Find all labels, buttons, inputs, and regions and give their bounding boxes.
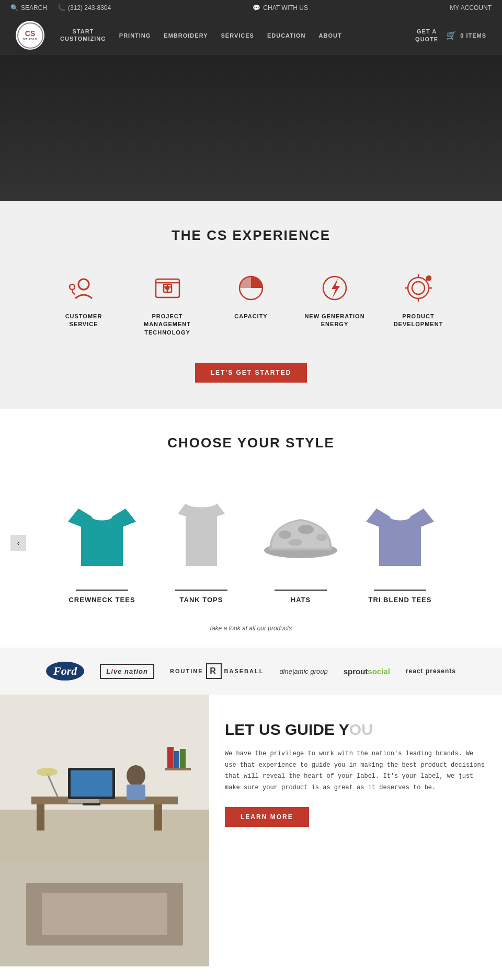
svg-rect-33 (71, 770, 112, 797)
nav-right: GET A QUOTE 🛒 0 ITEMS (415, 28, 486, 43)
products-grid: CREWNECK TEES TANK TOPS (55, 488, 447, 604)
nav-printing[interactable]: PRINTING (119, 32, 151, 39)
routine-baseball-logo: ROUTINE R BASEBALL (170, 661, 264, 682)
exp-customer-service[interactable]: CUSTOMERSERVICE (42, 264, 126, 342)
exp-project-management[interactable]: PROJECTMANAGEMENTTECHNOLOGY (126, 264, 209, 342)
nav-services[interactable]: SERVICES (221, 32, 254, 39)
chat-label: CHAT WITH US (263, 4, 308, 11)
guide-cta-button[interactable]: LEARN MORE (225, 807, 309, 827)
product-crewneck[interactable]: CREWNECK TEES (55, 488, 149, 604)
account-label: MY ACCOUNT (450, 4, 492, 11)
chat-icon: 💬 (253, 4, 260, 11)
svg-point-20 (298, 525, 314, 534)
search-icon: 🔍 (10, 4, 18, 11)
triblend-label: TRI BLEND TEES (369, 596, 432, 604)
svg-point-1 (70, 284, 75, 290)
nav-about[interactable]: ABOUT (319, 32, 342, 39)
project-mgmt-label: PROJECTMANAGEMENTTECHNOLOGY (144, 313, 191, 337)
svg-point-21 (316, 534, 327, 541)
product-dev-label: PRODUCTDEVELOPMENT (394, 313, 443, 329)
svg-marker-10 (332, 279, 340, 298)
office-image (0, 695, 209, 862)
experience-section: THE CS EXPERIENCE CUSTOMERSERVICE (0, 201, 502, 409)
guide-section: LET US GUIDE YOU We have the privilege t… (0, 695, 502, 862)
brands-section: Ford Live nation ROUTINE R BASEBALL dine… (0, 648, 502, 695)
search-label: SEARCH (21, 4, 47, 11)
cart-button[interactable]: 🛒 0 ITEMS (446, 30, 486, 40)
tank-label: TANK TOPS (180, 596, 223, 604)
nav-start-customizing[interactable]: START CUSTOMIZING (60, 28, 106, 42)
chat-button[interactable]: 💬 CHAT WITH US (253, 4, 308, 11)
top-bar: 🔍 SEARCH 📞 (312) 243-8304 💬 CHAT WITH US… (0, 0, 502, 16)
svg-rect-44 (165, 768, 191, 770)
experience-icons: CUSTOMERSERVICE PROJECTMANAGEMENTTECHNOL… (16, 264, 486, 342)
cart-count: 0 ITEMS (460, 32, 486, 39)
tank-image (154, 488, 248, 582)
energy-label: NEW GENERATIONENERGY (304, 313, 364, 329)
experience-title: THE CS EXPERIENCE (16, 227, 486, 244)
svg-rect-37 (127, 785, 145, 800)
crewneck-label: CREWNECK TEES (69, 596, 135, 604)
hero-section (0, 55, 502, 201)
hats-image (254, 488, 348, 582)
get-quote-button[interactable]: GET A QUOTE (415, 28, 438, 43)
site-logo[interactable]: CS STUDIO (16, 21, 44, 50)
svg-rect-47 (42, 893, 167, 935)
choose-style-section: CHOOSE YOUR STYLE ‹ CREWNECK TEES (0, 409, 502, 648)
account-button[interactable]: MY ACCOUNT (450, 4, 492, 11)
logo-inner: CS STUDIO (17, 22, 43, 49)
project-mgmt-icon (149, 270, 186, 306)
svg-rect-41 (167, 747, 174, 768)
svg-point-6 (166, 286, 169, 290)
product-divider (76, 590, 128, 591)
ford-logo: Ford (46, 661, 84, 682)
svg-rect-38 (68, 799, 99, 803)
svg-point-17 (427, 276, 431, 280)
product-divider (175, 590, 227, 591)
search-button[interactable]: 🔍 SEARCH (10, 4, 47, 11)
lets-get-started-button[interactable]: LET'S GET STARTED (195, 363, 307, 383)
nav-education[interactable]: EDUCATION (267, 32, 306, 39)
crewneck-image (55, 488, 149, 582)
svg-rect-42 (174, 751, 179, 768)
svg-point-11 (412, 282, 425, 294)
svg-rect-43 (180, 749, 186, 768)
energy-icon (316, 270, 353, 306)
live-nation-logo: Live nation (100, 661, 154, 682)
exp-capacity[interactable]: CAPACITY (209, 264, 293, 342)
hats-label: HATS (291, 596, 311, 604)
bottom-image (0, 862, 209, 966)
nav-embroidery[interactable]: EMBROIDERY (164, 32, 208, 39)
svg-rect-31 (154, 804, 162, 831)
guide-cta: LEARN MORE (225, 807, 486, 827)
product-hats[interactable]: HATS (254, 488, 348, 604)
view-all-products[interactable]: take a look at all our products (10, 625, 492, 632)
phone-text: (312) 243-8304 (68, 4, 111, 11)
svg-point-0 (78, 279, 89, 290)
product-divider (275, 590, 327, 591)
guide-title: LET US GUIDE YOU (225, 721, 486, 738)
product-dev-icon (400, 270, 437, 306)
guide-text: LET US GUIDE YOU We have the privilege t… (209, 695, 502, 862)
triblend-image (353, 488, 447, 582)
bottom-section (0, 862, 502, 966)
svg-point-36 (127, 765, 145, 786)
product-divider (374, 590, 426, 591)
svg-point-22 (289, 539, 302, 546)
customer-service-icon (65, 270, 102, 306)
product-tank[interactable]: TANK TOPS (154, 488, 248, 604)
nav-bar: CS STUDIO START CUSTOMIZING PRINTING EMB… (0, 16, 502, 55)
svg-rect-28 (0, 810, 209, 862)
react-presents-logo: react presents (406, 661, 456, 682)
phone-number: 📞 (312) 243-8304 (58, 4, 111, 11)
main-navigation: START CUSTOMIZING PRINTING EMBROIDERY SE… (60, 28, 486, 43)
sproutsocial-logo: sproutsocial (344, 661, 390, 682)
carousel-prev-button[interactable]: ‹ (10, 535, 26, 551)
phone-icon: 📞 (58, 4, 65, 11)
svg-rect-30 (37, 804, 44, 831)
guide-body: We have the privilege to work with the n… (225, 748, 486, 793)
svg-rect-35 (83, 803, 100, 805)
exp-energy[interactable]: NEW GENERATIONENERGY (293, 264, 376, 342)
product-triblend[interactable]: TRI BLEND TEES (353, 488, 447, 604)
exp-product-dev[interactable]: PRODUCTDEVELOPMENT (376, 264, 460, 342)
